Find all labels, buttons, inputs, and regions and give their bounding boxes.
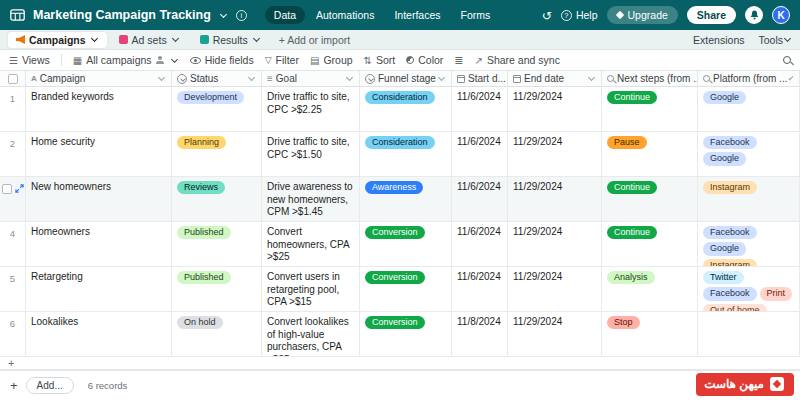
next-steps-cell[interactable]: Analysis [602, 267, 698, 311]
column-header-status[interactable]: Status [172, 71, 262, 86]
column-header-start[interactable]: Start d... [452, 71, 508, 86]
next-steps-cell[interactable]: Continue [602, 87, 698, 131]
goal-cell[interactable]: Convert users in retargeting pool, CPA >… [262, 267, 360, 311]
search-button[interactable] [783, 54, 791, 66]
goal-cell[interactable]: Convert lookalikes of high-value purchas… [262, 312, 360, 356]
row-height-button[interactable] [454, 54, 463, 67]
nav-forms[interactable]: Forms [452, 6, 500, 24]
campaign-cell[interactable]: Home security [26, 132, 172, 176]
status-cell[interactable]: Published [172, 222, 262, 266]
extensions-button[interactable]: Extensions [693, 34, 744, 46]
notifications-button[interactable] [745, 6, 763, 24]
expand-record-icon[interactable] [15, 184, 24, 193]
tab-campaigns[interactable]: Campaigns [8, 32, 107, 48]
nav-interfaces[interactable]: Interfaces [385, 6, 449, 24]
nav-data[interactable]: Data [265, 6, 305, 24]
status-cell[interactable]: On hold [172, 312, 262, 356]
start-date-cell[interactable]: 11/8/2024 [452, 312, 508, 356]
info-icon[interactable] [236, 10, 247, 21]
start-date-cell[interactable]: 11/6/2024 [452, 132, 508, 176]
row-number-cell[interactable]: 1 [0, 87, 26, 131]
base-logo-icon[interactable] [10, 9, 25, 21]
history-icon[interactable] [542, 6, 552, 24]
next-steps-cell[interactable]: Continue [602, 177, 698, 221]
avatar[interactable]: K [772, 6, 790, 24]
platform-cell[interactable]: Google [698, 87, 800, 131]
select-all-checkbox[interactable] [8, 74, 18, 84]
row-number-cell[interactable] [0, 177, 26, 221]
campaign-cell[interactable]: Retargeting [26, 267, 172, 311]
nav-automations[interactable]: Automations [307, 6, 383, 24]
funnel-stage-cell[interactable]: Consideration [360, 132, 452, 176]
select-all-cell[interactable] [0, 71, 26, 86]
end-date-cell[interactable]: 11/29/2024 [508, 132, 602, 176]
platform-cell[interactable]: Instagram [698, 177, 800, 221]
add-row[interactable]: + [0, 357, 800, 370]
goal-cell[interactable]: Drive awareness to new homeowners, CPM >… [262, 177, 360, 221]
add-pill-button[interactable]: Add... [26, 377, 74, 394]
end-date-cell[interactable]: 11/29/2024 [508, 267, 602, 311]
platform-cell[interactable]: FacebookGoogle [698, 132, 800, 176]
status-cell[interactable]: Development [172, 87, 262, 131]
row-number-cell[interactable]: 5 [0, 267, 26, 311]
campaign-cell[interactable]: Lookalikes [26, 312, 172, 356]
campaign-cell[interactable]: New homeowners [26, 177, 172, 221]
goal-cell[interactable]: Drive traffic to site, CPC >$2.25 [262, 87, 360, 131]
start-date-cell[interactable]: 11/6/2024 [452, 87, 508, 131]
hide-fields-button[interactable]: Hide fields [190, 54, 254, 66]
column-header-platform[interactable]: Platform (from ... [698, 71, 800, 86]
end-date-cell[interactable]: 11/29/2024 [508, 177, 602, 221]
color-button[interactable]: Color [406, 54, 443, 66]
help-button[interactable]: Help [561, 9, 598, 21]
add-or-import-button[interactable]: + Add or import [279, 34, 351, 46]
row-checkbox[interactable] [2, 184, 12, 194]
end-date-cell[interactable]: 11/29/2024 [508, 222, 602, 266]
goal-cell[interactable]: Convert homeowners, CPA >$25 [262, 222, 360, 266]
status-cell[interactable]: Published [172, 267, 262, 311]
funnel-stage-cell[interactable]: Conversion [360, 222, 452, 266]
status-cell[interactable]: Reviews [172, 177, 262, 221]
row-number-cell[interactable]: 4 [0, 222, 26, 266]
funnel-stage-cell[interactable]: Awareness [360, 177, 452, 221]
column-header-campaign[interactable]: Campaign [26, 71, 172, 86]
share-button[interactable]: Share [687, 6, 736, 24]
next-steps-cell[interactable]: Stop [602, 312, 698, 356]
tab-ad-sets[interactable]: Ad sets [111, 32, 188, 48]
end-date-cell[interactable]: 11/29/2024 [508, 312, 602, 356]
goal-cell[interactable]: Drive traffic to site, CPC >$1.50 [262, 132, 360, 176]
chevron-down-icon[interactable] [220, 10, 227, 17]
tab-results[interactable]: Results [192, 32, 269, 48]
share-and-sync-button[interactable]: Share and sync [475, 54, 560, 66]
platform-cell[interactable]: TwitterFacebookPrintOut of home [698, 267, 800, 311]
next-steps-cell[interactable]: Pause [602, 132, 698, 176]
funnel-stage-cell[interactable]: Conversion [360, 312, 452, 356]
next-steps-cell[interactable]: Continue [602, 222, 698, 266]
start-date-cell[interactable]: 11/6/2024 [452, 177, 508, 221]
base-title[interactable]: Marketing Campaign Tracking [33, 8, 211, 22]
funnel-stage-cell[interactable]: Consideration [360, 87, 452, 131]
funnel-stage-cell[interactable]: Conversion [360, 267, 452, 311]
column-header-funnel[interactable]: Funnel stage [360, 71, 452, 86]
platform-cell[interactable]: FacebookGoogleInstagram [698, 222, 800, 266]
filter-button[interactable]: Filter [265, 54, 299, 66]
sort-button[interactable]: Sort [364, 54, 396, 66]
platform-cell[interactable] [698, 312, 800, 356]
views-button[interactable]: Views [9, 54, 50, 66]
tools-button[interactable]: Tools [758, 34, 792, 46]
campaign-cell[interactable]: Branded keywords [26, 87, 172, 131]
start-date-cell[interactable]: 11/6/2024 [452, 222, 508, 266]
campaign-cell[interactable]: Homeowners [26, 222, 172, 266]
row-number-cell[interactable]: 6 [0, 312, 26, 356]
start-date-cell[interactable]: 11/6/2024 [452, 267, 508, 311]
upgrade-button[interactable]: Upgrade [607, 6, 678, 24]
view-switcher[interactable]: All campaigns [73, 54, 179, 66]
platform-badge: Print [760, 287, 793, 300]
status-cell[interactable]: Planning [172, 132, 262, 176]
column-header-end[interactable]: End date [508, 71, 602, 86]
add-record-button[interactable]: + [10, 378, 18, 393]
group-button[interactable]: Group [310, 54, 353, 66]
column-header-goal[interactable]: Goal [262, 71, 360, 86]
row-number-cell[interactable]: 2 [0, 132, 26, 176]
column-header-next[interactable]: Next steps (from ... [602, 71, 698, 86]
end-date-cell[interactable]: 11/29/2024 [508, 87, 602, 131]
